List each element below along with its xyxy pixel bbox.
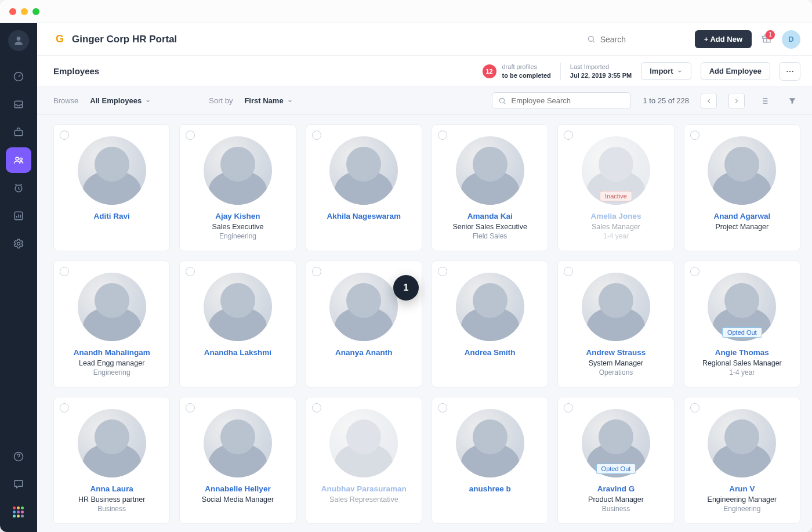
employee-card[interactable]: Annabelle HellyerSocial Media Manager <box>179 397 296 524</box>
filter-toggle[interactable] <box>784 93 800 109</box>
employee-avatar <box>78 409 146 477</box>
employee-name[interactable]: Amanda Kai <box>467 212 513 220</box>
select-checkbox[interactable] <box>564 403 573 412</box>
employee-name[interactable]: Andrea Smith <box>465 348 516 357</box>
employee-name[interactable]: Amelia Jones <box>590 212 641 220</box>
employee-dept: Business <box>602 505 630 513</box>
employee-card[interactable]: Anubhav ParasuramanSales Representative <box>306 397 422 524</box>
employee-dept: Operations <box>599 368 633 377</box>
employee-name[interactable]: Aditi Ravi <box>94 212 130 220</box>
employee-name[interactable]: Angie Thomas <box>715 348 769 357</box>
global-search-input[interactable] <box>600 35 670 44</box>
svg-point-0 <box>17 37 21 41</box>
chevron-down-icon <box>677 68 683 74</box>
employee-name[interactable]: Arun V <box>729 484 755 493</box>
select-checkbox[interactable] <box>690 267 699 276</box>
gift-icon[interactable]: 1 <box>761 32 773 46</box>
employee-avatar <box>708 136 776 205</box>
window-maximize[interactable] <box>32 8 39 15</box>
window-close[interactable] <box>9 8 16 15</box>
select-checkbox[interactable] <box>564 267 573 276</box>
employee-card[interactable]: Arun VEngineering ManagerEngineering <box>684 397 800 524</box>
sidebar-item-help[interactable] <box>6 444 31 469</box>
select-checkbox[interactable] <box>312 403 321 412</box>
employee-card[interactable]: Ajay KishenSales ExecutiveEngineering <box>179 124 296 251</box>
import-button[interactable]: Import <box>641 62 691 80</box>
browse-dropdown[interactable]: All Employees <box>90 96 151 105</box>
select-checkbox[interactable] <box>60 267 69 276</box>
browse-label: Browse <box>53 96 78 105</box>
employee-name[interactable]: Ajay Kishen <box>215 212 260 220</box>
employee-card[interactable]: Anandh MahalingamLead Engg managerEngine… <box>53 260 170 388</box>
employee-name[interactable]: Akhila Nageswaram <box>327 212 401 220</box>
employee-card[interactable]: anushree b <box>432 397 548 524</box>
draft-profiles-alert[interactable]: 12 draft profiles to be completed <box>483 63 551 79</box>
select-checkbox[interactable] <box>564 131 573 140</box>
sidebar-item-apps[interactable] <box>6 500 31 525</box>
sidebar-item-settings[interactable] <box>6 231 31 256</box>
sort-dropdown[interactable]: First Name <box>244 96 292 105</box>
employee-card[interactable]: Amanda KaiSenior Sales ExecutiveField Sa… <box>432 124 548 251</box>
select-checkbox[interactable] <box>186 403 195 412</box>
sidebar-item-dashboard[interactable] <box>6 64 31 89</box>
select-checkbox[interactable] <box>438 131 447 140</box>
pagination-prev[interactable] <box>701 93 717 109</box>
employee-name[interactable]: Anna Laura <box>90 484 133 493</box>
employee-role: Engineering Manager <box>708 495 777 504</box>
window-minimize[interactable] <box>21 8 28 15</box>
employee-search-input[interactable] <box>511 96 625 105</box>
employee-card[interactable]: Anna LauraHR Business partnerBusiness <box>53 397 170 524</box>
select-checkbox[interactable] <box>690 403 699 412</box>
select-checkbox[interactable] <box>186 267 195 276</box>
employee-card[interactable]: Akhila Nageswaram <box>306 124 422 251</box>
employee-card[interactable]: Opted OutAravind GProduct ManagerBusines… <box>557 397 674 524</box>
select-checkbox[interactable] <box>312 131 321 140</box>
employee-search[interactable] <box>492 92 631 109</box>
last-imported-info: Last Imported Jul 22, 2019 3:55 PM <box>570 63 632 79</box>
select-checkbox[interactable] <box>60 131 69 140</box>
user-avatar[interactable]: D <box>782 30 800 49</box>
pagination-next[interactable] <box>728 93 745 109</box>
status-tag: Inactive <box>600 191 632 201</box>
employee-card[interactable]: Anand AgarwalProject Manager <box>684 124 800 251</box>
select-checkbox[interactable] <box>60 403 69 412</box>
employee-name[interactable]: Annabelle Hellyer <box>205 484 270 493</box>
employee-name[interactable]: Anand Agarwal <box>713 212 770 220</box>
employee-card[interactable]: Opted OutAngie ThomasRegional Sales Mana… <box>684 260 800 388</box>
employee-name[interactable]: Ananya Ananth <box>335 348 393 357</box>
sidebar-item-inbox[interactable] <box>6 92 31 117</box>
add-new-button[interactable]: + Add New <box>695 30 752 48</box>
add-employee-button[interactable]: Add Employee <box>701 62 770 80</box>
employee-name[interactable]: Aravind G <box>597 484 635 493</box>
select-checkbox[interactable] <box>690 131 699 140</box>
employee-card[interactable]: InactiveAmelia JonesSales Manager1-4 yea… <box>557 124 674 251</box>
employee-dept: Engineering <box>723 505 760 513</box>
org-avatar-icon[interactable] <box>8 30 29 51</box>
select-checkbox[interactable] <box>438 403 447 412</box>
svg-point-10 <box>588 37 593 42</box>
employee-name[interactable]: Anubhav Parasuraman <box>321 484 407 493</box>
employee-name[interactable]: Andrew Strauss <box>586 348 646 357</box>
sidebar-item-reports[interactable] <box>6 203 31 229</box>
employee-card[interactable]: Anandha Lakshmi <box>179 260 296 388</box>
employee-role: Regional Sales Manager <box>702 359 782 367</box>
employee-name[interactable]: Anandha Lakshmi <box>204 348 271 357</box>
select-checkbox[interactable] <box>312 267 321 276</box>
employee-card[interactable]: Andrea Smith <box>432 260 548 388</box>
employee-avatar <box>456 409 524 477</box>
employee-card[interactable]: Aditi Ravi <box>53 124 170 251</box>
topbar: G Ginger Corp HR Portal + Add New 1 D <box>37 23 812 56</box>
sidebar-item-employees[interactable] <box>6 147 31 173</box>
select-checkbox[interactable] <box>186 131 195 140</box>
employee-card[interactable]: Andrew StraussSystem ManagerOperations <box>557 260 674 388</box>
employee-role: HR Business partner <box>78 495 145 504</box>
list-view-toggle[interactable] <box>756 93 773 109</box>
sidebar-item-jobs[interactable] <box>6 120 31 145</box>
employee-name[interactable]: Anandh Mahalingam <box>74 348 150 357</box>
global-search[interactable] <box>587 35 686 44</box>
more-actions-button[interactable] <box>780 62 800 81</box>
select-checkbox[interactable] <box>438 267 447 276</box>
sidebar-item-chat[interactable] <box>6 472 31 497</box>
employee-name[interactable]: anushree b <box>469 484 511 493</box>
sidebar-item-time[interactable] <box>6 175 31 201</box>
